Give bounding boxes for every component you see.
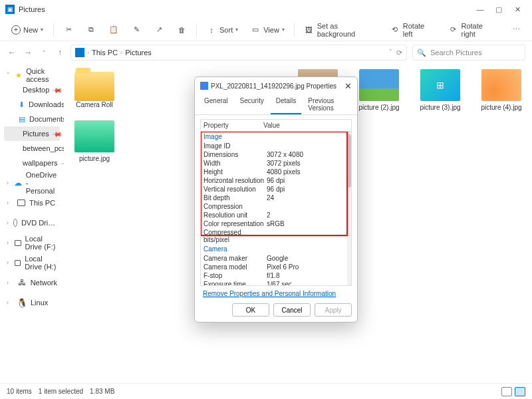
recent-button[interactable]: ˅: [39, 47, 49, 58]
thumbnails-view-button[interactable]: [515, 387, 525, 396]
sidebar-item-pictures[interactable]: Pictures📌: [4, 126, 60, 141]
prop-row[interactable]: Bit depth24: [201, 194, 351, 202]
cut-button[interactable]: ✂: [59, 22, 78, 38]
prop-row[interactable]: Image ID: [201, 142, 351, 150]
set-background-button[interactable]: 🖼Set as background: [300, 19, 382, 41]
close-button[interactable]: ✕: [508, 3, 527, 16]
close-button[interactable]: ✕: [344, 81, 352, 91]
chevron-right-icon: ›: [7, 219, 9, 226]
minimize-button[interactable]: ―: [471, 3, 489, 16]
thumb-picture-4[interactable]: picture (4).jpg: [479, 69, 524, 111]
thumb-picture[interactable]: picture.jpg: [72, 120, 117, 162]
breadcrumb-seg[interactable]: This PC: [92, 49, 118, 57]
rotate-left-label: Rotate left: [403, 22, 436, 38]
dialog-tabs: General Security Details Previous Versio…: [195, 94, 357, 115]
prop-row[interactable]: F-stopf/1.8: [201, 271, 351, 280]
sidebar-item-quick-access[interactable]: ˅★Quick access: [4, 68, 60, 82]
up-button[interactable]: ↑: [55, 47, 65, 58]
dialog-titlebar[interactable]: PXL_20220811_141920296.jpg Properties✕: [195, 77, 357, 94]
chevron-down-icon: ▾: [235, 27, 238, 33]
chevron-right-icon: ›: [7, 180, 10, 186]
sidebar-item-network[interactable]: ›🖧Network: [4, 275, 60, 290]
thumb-picture-2[interactable]: picture (2).jpg: [356, 69, 402, 111]
forward-button[interactable]: →: [23, 47, 33, 58]
documents-icon: ▤: [19, 114, 25, 124]
address-bar[interactable]: › This PC › Pictures ˅⟳: [70, 45, 407, 61]
maximize-button[interactable]: ▢: [489, 3, 508, 16]
prop-row[interactable]: Color representationsRGB: [201, 219, 351, 228]
sidebar-item-drive-h[interactable]: ›Local Drive (H:): [4, 255, 60, 270]
sidebar-item-onedrive[interactable]: ›☁OneDrive - Personal: [4, 176, 60, 190]
chevron-right-icon: ›: [7, 279, 13, 286]
copy-button[interactable]: ⧉: [82, 22, 100, 38]
search-box[interactable]: 🔍Search Pictures: [412, 45, 525, 61]
new-button[interactable]: +New▾: [7, 22, 48, 38]
ok-button[interactable]: OK: [232, 303, 269, 317]
thumb-label: picture.jpg: [72, 155, 117, 162]
more-icon: ⋯: [511, 25, 521, 35]
prop-row[interactable]: Vertical resolution96 dpi: [201, 185, 351, 194]
sidebar-item-documents[interactable]: ▤Documents📌: [4, 112, 60, 126]
share-button[interactable]: ↗: [150, 22, 168, 38]
prop-row[interactable]: Compression: [201, 202, 351, 211]
tab-previous-versions[interactable]: Previous Versions: [303, 94, 353, 114]
copy-icon: ⧉: [86, 25, 96, 35]
chevron-down-icon: ˅: [7, 72, 11, 78]
prop-row[interactable]: Camera makerGoogle: [201, 254, 351, 263]
prop-row[interactable]: Resolution unit2: [201, 211, 351, 219]
prop-row[interactable]: Dimensions3072 x 4080: [201, 150, 351, 159]
rotate-left-button[interactable]: ⟲Rotate left: [386, 19, 440, 41]
paste-button[interactable]: 📋: [104, 22, 123, 38]
cancel-button[interactable]: Cancel: [273, 303, 311, 317]
star-icon: ★: [15, 70, 22, 80]
file-icon: [200, 82, 208, 90]
share-icon: ↗: [154, 25, 164, 35]
tab-general[interactable]: General: [199, 94, 233, 114]
window-title: Pictures: [19, 5, 45, 13]
sidebar-item-wallpapers[interactable]: wallpapers📌: [4, 156, 60, 170]
delete-button[interactable]: 🗑: [172, 22, 191, 38]
prop-row[interactable]: Horizontal resolution96 dpi: [201, 176, 351, 185]
details-header: PropertyValue: [200, 119, 352, 131]
sidebar-item-this-pc[interactable]: ›This PC: [4, 196, 60, 210]
sidebar-item-between-pcs[interactable]: between_pcs📌: [4, 141, 60, 156]
sidebar-item-label: Linux: [31, 299, 48, 307]
sidebar-item-downloads[interactable]: ⬇Downloads📌: [4, 97, 60, 112]
sidebar-item-desktop[interactable]: Desktop📌: [4, 82, 60, 97]
rotate-right-button[interactable]: ⟳Rotate right: [444, 19, 503, 41]
apply-button[interactable]: Apply: [315, 303, 352, 317]
prop-row[interactable]: Camera modelPixel 6 Pro: [201, 263, 351, 271]
prop-row[interactable]: Height4080 pixels: [201, 168, 351, 176]
refresh-button[interactable]: ⟳: [396, 49, 402, 57]
sidebar-item-drive-f[interactable]: ›Local Drive (F:): [4, 235, 60, 250]
tab-details[interactable]: Details: [271, 94, 302, 114]
tab-security[interactable]: Security: [235, 94, 269, 114]
details-list[interactable]: Image Image ID Dimensions3072 x 4080 Wid…: [200, 131, 352, 286]
details-view-button[interactable]: [501, 387, 512, 396]
drive-icon: [15, 240, 21, 246]
sidebar-item-dvd[interactable]: ›DVD Drive (D:) GParted-live: [4, 215, 60, 230]
sidebar-item-linux[interactable]: ›🐧Linux: [4, 295, 60, 310]
rename-button[interactable]: ✎: [127, 22, 146, 38]
sidebar-item-label: Network: [31, 279, 57, 287]
thumb-camera-roll[interactable]: Camera Roll: [72, 69, 117, 111]
view-button[interactable]: ▭View▾: [246, 22, 289, 38]
prop-row[interactable]: Exposure time1/67 sec.: [201, 280, 351, 286]
sort-icon: ↕: [206, 25, 217, 35]
prop-row[interactable]: Width3072 pixels: [201, 159, 351, 168]
drive-icon: [15, 260, 21, 266]
delete-icon: 🗑: [176, 25, 187, 35]
thumb-picture-3[interactable]: ⊞picture (3).jpg: [418, 69, 463, 111]
prop-row[interactable]: Compressed bits/pixel: [201, 228, 351, 244]
address-row: ← → ˅ ↑ › This PC › Pictures ˅⟳ 🔍Search …: [0, 41, 532, 64]
background-icon: 🖼: [304, 25, 315, 35]
set-bg-label: Set as background: [317, 22, 378, 38]
remove-properties-link[interactable]: Remove Properties and Personal Informati…: [200, 286, 352, 298]
sort-button[interactable]: ↕Sort▾: [202, 22, 242, 38]
scrollbar-thumb[interactable]: [347, 134, 351, 188]
back-button[interactable]: ←: [7, 47, 17, 58]
more-button[interactable]: ⋯: [507, 22, 525, 38]
chevron-down-icon[interactable]: ˅: [389, 49, 392, 57]
scrollbar[interactable]: [347, 132, 351, 285]
breadcrumb-seg[interactable]: Pictures: [125, 49, 152, 57]
